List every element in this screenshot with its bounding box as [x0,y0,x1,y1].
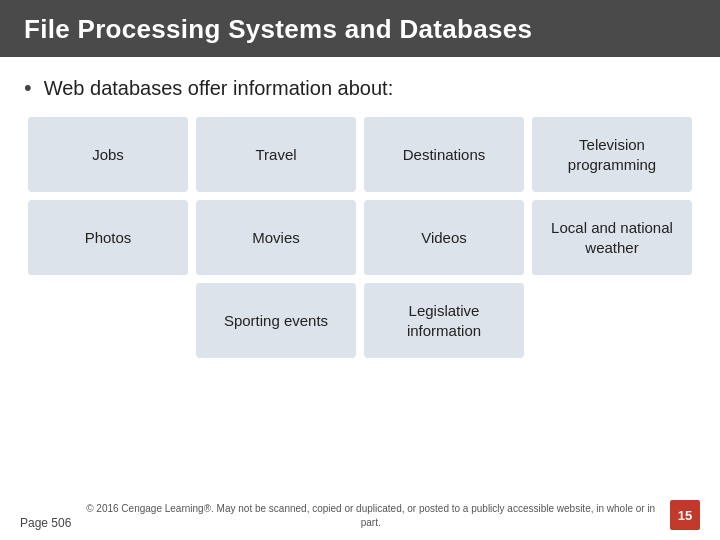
grid-cell-travel: Travel [196,117,356,192]
slide-content: • Web databases offer information about:… [0,57,720,358]
header-title: File Processing Systems and Databases [24,14,532,44]
slide: File Processing Systems and Databases • … [0,0,720,540]
slide-header: File Processing Systems and Databases [0,0,720,57]
grid-cell-photos: Photos [28,200,188,275]
bullet-point: • Web databases offer information about: [24,75,696,101]
grid-cell-television: Television programming [532,117,692,192]
grid-cell-movies: Movies [196,200,356,275]
grid-cell-weather: Local and national weather [532,200,692,275]
copyright-text: © 2016 Cengage Learning®. May not be sca… [71,502,670,530]
grid-cell-empty-2 [532,283,692,358]
grid-cell-legislative: Legislative information [364,283,524,358]
info-grid: Jobs Travel Destinations Television prog… [24,117,696,358]
bullet-text: Web databases offer information about: [44,77,393,100]
grid-cell-destinations: Destinations [364,117,524,192]
page-number-badge: 15 [670,500,700,530]
grid-cell-jobs: Jobs [28,117,188,192]
bullet-dot: • [24,75,32,101]
grid-cell-videos: Videos [364,200,524,275]
grid-cell-empty-1 [28,283,188,358]
page-label: Page 506 [20,516,71,530]
grid-cell-sporting: Sporting events [196,283,356,358]
slide-footer: Page 506 © 2016 Cengage Learning®. May n… [20,500,700,530]
